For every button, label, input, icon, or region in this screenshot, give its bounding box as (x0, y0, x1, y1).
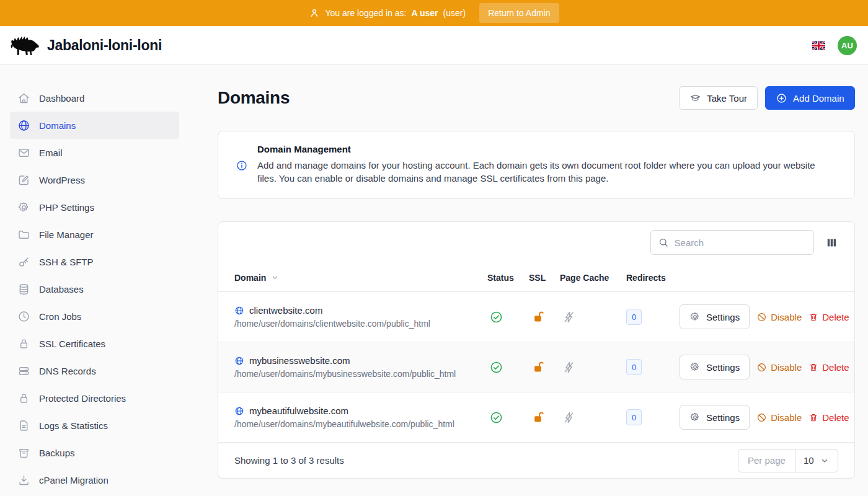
settings-button[interactable]: Settings (680, 355, 750, 379)
delete-button[interactable]: Delete (808, 312, 849, 322)
sidebar-item-databases[interactable]: Databases (10, 275, 179, 303)
delete-button[interactable]: Delete (808, 412, 849, 423)
redirects-count-badge[interactable]: 0 (626, 309, 642, 325)
main-content: Domains Take Tour Add Domain (198, 65, 868, 496)
sidebar-item-backups[interactable]: Backups (10, 439, 179, 466)
sidebar-item-label: Domains (39, 120, 76, 131)
table-row-mybusinesswebsite-com: mybusinesswebsite.com /home/user/domains… (218, 342, 854, 392)
info-card-body: Add and manage domains for your hosting … (257, 159, 817, 185)
ssl-unlocked-icon[interactable] (531, 360, 546, 374)
ssl-unlocked-icon[interactable] (531, 309, 546, 324)
trash-icon (808, 362, 818, 373)
globe-icon (234, 406, 244, 416)
archive-icon (17, 446, 30, 459)
sidebar-item-ssl-certificates[interactable]: SSL Certificates (10, 330, 179, 357)
disable-button[interactable]: Disable (756, 362, 802, 373)
gear-icon (689, 311, 701, 322)
domains-table-card: Domain Status SSL Page Cache Redirects (218, 221, 855, 479)
sidebar-item-label: Logs & Statistics (39, 420, 108, 431)
sidebar-item-protected-directories[interactable]: Protected Directories (10, 384, 179, 412)
disable-button[interactable]: Disable (756, 412, 802, 423)
page-cache-disabled-icon[interactable] (562, 410, 576, 425)
database-icon (17, 283, 30, 296)
sidebar-item-label: Backups (39, 448, 75, 458)
uk-flag-icon[interactable] (812, 41, 825, 50)
redirects-count-badge[interactable]: 0 (626, 359, 642, 375)
domain-path: /home/user/domains/clientwebsite.com/pub… (234, 319, 487, 329)
sidebar-item-label: cPanel Migration (39, 475, 108, 485)
table-header-row: Domain Status SSL Page Cache Redirects (218, 264, 854, 292)
column-header-ssl: SSL (529, 273, 560, 283)
disable-button[interactable]: Disable (756, 312, 802, 322)
prohibition-icon (756, 362, 767, 373)
ssl-unlocked-icon[interactable] (531, 410, 546, 425)
domain-name[interactable]: mybusinesswebsite.com (249, 355, 350, 366)
sidebar-item-label: Cron Jobs (39, 311, 81, 322)
sidebar: Dashboard Domains Email WordPress PHP Se… (0, 65, 198, 496)
boar-logo-icon (10, 33, 41, 57)
key-icon (17, 255, 30, 268)
folder-icon (17, 228, 30, 241)
domain-name[interactable]: mybeautifulwebsite.com (249, 405, 348, 416)
status-active-icon (489, 410, 503, 425)
column-header-domain[interactable]: Domain (234, 273, 487, 283)
settings-button[interactable]: Settings (680, 304, 750, 329)
sidebar-item-ssh-sftp[interactable]: SSH & SFTP (10, 248, 179, 275)
per-page-select[interactable]: 10 (795, 450, 838, 472)
trash-icon (808, 412, 818, 423)
sidebar-item-label: File Manager (39, 229, 94, 240)
table-body: clientwebsite.com /home/user/domains/cli… (218, 292, 854, 443)
sidebar-item-php-settings[interactable]: PHP Settings (10, 193, 179, 221)
status-active-icon (489, 310, 503, 324)
search-input[interactable] (650, 230, 814, 255)
status-active-icon (489, 360, 503, 374)
page-cache-disabled-icon[interactable] (562, 310, 576, 324)
column-header-redirects: Redirects (626, 273, 680, 283)
domain-name[interactable]: clientwebsite.com (249, 305, 322, 316)
person-icon (309, 7, 320, 19)
take-tour-button[interactable]: Take Tour (679, 86, 758, 110)
server-icon (17, 365, 30, 378)
sidebar-item-email[interactable]: Email (10, 139, 179, 166)
sidebar-item-domains[interactable]: Domains (10, 112, 179, 139)
impersonation-banner: You are logged in as: A user (user) Retu… (0, 0, 868, 26)
sidebar-item-label: SSH & SFTP (39, 257, 94, 267)
table-row-clientwebsite-com: clientwebsite.com /home/user/domains/cli… (218, 292, 854, 342)
prohibition-icon (756, 312, 767, 322)
app-header: Jabaloni-loni-loni AU (0, 26, 868, 65)
sidebar-item-cpanel-migration[interactable]: cPanel Migration (10, 466, 179, 494)
sidebar-item-label: WordPress (39, 175, 85, 185)
edit-icon (17, 174, 30, 187)
prohibition-icon (756, 412, 767, 423)
settings-button[interactable]: Settings (680, 405, 750, 430)
chevron-down-icon (820, 456, 830, 466)
redirects-count-badge[interactable]: 0 (626, 409, 642, 425)
sidebar-item-logs-statistics[interactable]: Logs & Statistics (10, 412, 179, 439)
sidebar-item-dns-records[interactable]: DNS Records (10, 357, 179, 384)
brand[interactable]: Jabaloni-loni-loni (10, 33, 162, 57)
delete-button[interactable]: Delete (808, 362, 849, 373)
avatar[interactable]: AU (838, 36, 857, 55)
domain-path: /home/user/domains/mybusinesswebsite.com… (234, 369, 487, 379)
sidebar-item-wordpress[interactable]: WordPress (10, 166, 179, 193)
domain-path: /home/user/domains/mybeautifulwebsite.co… (234, 419, 487, 429)
return-to-admin-button[interactable]: Return to Admin (479, 3, 559, 23)
search-icon (658, 237, 669, 248)
add-domain-button[interactable]: Add Domain (765, 86, 855, 110)
sidebar-item-dashboard[interactable]: Dashboard (10, 84, 179, 112)
logged-in-role: (user) (443, 8, 466, 18)
sidebar-item-label: PHP Settings (39, 202, 94, 213)
home-icon (17, 92, 30, 105)
info-card-title: Domain Management (257, 144, 817, 154)
page-cache-disabled-icon[interactable] (562, 360, 576, 374)
globe-icon (234, 306, 244, 316)
download-icon (17, 474, 30, 487)
sidebar-item-cron-jobs[interactable]: Cron Jobs (10, 303, 179, 330)
chevron-down-icon (270, 273, 280, 282)
document-icon (17, 419, 30, 432)
columns-toggle-icon[interactable] (825, 236, 839, 250)
page-title: Domains (218, 88, 290, 108)
sidebar-item-file-manager[interactable]: File Manager (10, 221, 179, 248)
gear-icon (689, 412, 701, 423)
gear-icon (689, 361, 701, 373)
